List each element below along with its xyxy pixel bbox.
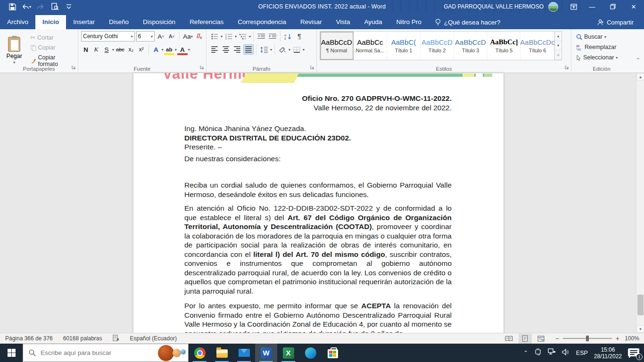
styles-scroll-up-icon[interactable]: ▲: [555, 32, 561, 41]
bullets-caret-icon[interactable]: ▾: [221, 34, 223, 39]
text-effects-button[interactable]: A: [151, 44, 161, 55]
font-size-combo[interactable]: 6▾: [136, 31, 155, 41]
justify-button[interactable]: [243, 44, 254, 55]
font-family-combo[interactable]: Century Gothi▾: [81, 31, 135, 41]
borders-button[interactable]: [291, 44, 302, 55]
portapapeles-dialog-launcher-icon[interactable]: [72, 63, 76, 71]
tab-disposicion[interactable]: Disposición: [136, 15, 182, 29]
parrafo-dialog-launcher-icon[interactable]: [310, 63, 314, 71]
web-layout-button[interactable]: [535, 334, 548, 344]
italic-button[interactable]: K: [91, 44, 101, 55]
style-titulo-6[interactable]: AaBbCcDcTítulo 6: [521, 32, 554, 60]
numbering-button[interactable]: 123: [223, 31, 234, 41]
increase-indent-button[interactable]: [267, 31, 278, 41]
shading-button[interactable]: [277, 44, 288, 55]
redo-icon[interactable]: [36, 2, 45, 11]
find-button[interactable]: Buscar▾: [574, 33, 630, 41]
tab-vista[interactable]: Vista: [329, 15, 357, 29]
clear-formatting-button[interactable]: [195, 31, 204, 41]
taskbar-app-word[interactable]: W: [255, 344, 277, 362]
letter-content[interactable]: Oficio Nro. 270 GADPRVH-O-WMC-11-2022. V…: [184, 73, 452, 333]
decrease-indent-button[interactable]: [256, 31, 266, 41]
borders-caret-icon[interactable]: ▾: [303, 48, 305, 52]
document-page[interactable]: Valle Hermoso Oficio Nro. 270 GADPRVH-O-…: [133, 73, 504, 333]
proofing-error-icon[interactable]: [107, 335, 125, 343]
style-normal[interactable]: AaBbCcD¶ Normal: [320, 32, 354, 60]
clock[interactable]: 15:06 28/11/2022: [594, 346, 622, 360]
search-input[interactable]: [41, 349, 154, 356]
taskbar-app-explorer[interactable]: [211, 344, 233, 362]
taskbar-app-chrome[interactable]: [189, 344, 211, 362]
sync-icon[interactable]: α: [534, 348, 542, 357]
multilevel-caret-icon[interactable]: ▾: [249, 34, 251, 39]
style-titulo-5[interactable]: AaBbCc]Título 5: [487, 32, 521, 60]
zoom-slider-thumb[interactable]: [586, 336, 589, 341]
tab-ayuda[interactable]: Ayuda: [357, 15, 389, 29]
estilos-dialog-launcher-icon[interactable]: [565, 63, 569, 71]
word-count[interactable]: 60168 palabras: [58, 335, 107, 342]
scroll-down-icon[interactable]: ▼: [636, 325, 644, 333]
save-icon[interactable]: [8, 2, 17, 11]
scroll-up-icon[interactable]: ▲: [636, 73, 644, 81]
style-titulo-2[interactable]: AaBbCcDTítulo 2: [421, 32, 454, 60]
minimize-button[interactable]: —: [582, 0, 603, 13]
subscript-button[interactable]: x₂: [126, 44, 136, 55]
volume-icon[interactable]: [562, 349, 570, 357]
taskbar-app-store[interactable]: [322, 344, 344, 362]
zoom-level[interactable]: 100%: [623, 335, 639, 342]
highlight-button[interactable]: ab: [165, 44, 174, 55]
tray-expand-icon[interactable]: ⌃: [524, 350, 528, 356]
line-spacing-button[interactable]: [259, 44, 269, 55]
print-layout-button[interactable]: [519, 334, 532, 344]
share-button[interactable]: Compartir: [597, 15, 644, 29]
tab-referencias[interactable]: Referencias: [182, 15, 231, 29]
tab-archivo[interactable]: Archivo: [0, 15, 35, 29]
paste-button[interactable]: Pegar ▾: [3, 31, 26, 68]
zoom-slider[interactable]: [563, 338, 612, 339]
network-icon[interactable]: [548, 348, 556, 357]
style-normal-sa[interactable]: AaBbCcNormal Sa...: [354, 32, 387, 60]
replace-button[interactable]: abac Reemplazar: [574, 43, 630, 51]
multilevel-list-button[interactable]: [238, 31, 248, 41]
bold-button[interactable]: N: [81, 44, 91, 55]
styles-scroll-down-icon[interactable]: ▼: [555, 41, 561, 50]
taskbar-search[interactable]: [23, 344, 189, 362]
close-button[interactable]: ✕: [623, 0, 644, 13]
align-center-button[interactable]: [221, 44, 231, 55]
start-button[interactable]: [0, 344, 23, 362]
change-case-button[interactable]: Aa▾: [182, 31, 193, 41]
style-titulo-1[interactable]: AaBbC(Título 1: [387, 32, 421, 60]
collapse-ribbon-icon[interactable]: ⌃: [636, 57, 640, 63]
tab-correspondencia[interactable]: Correspondencia: [231, 15, 293, 29]
tab-nitro-pro[interactable]: Nitro Pro: [389, 15, 429, 29]
shrink-font-button[interactable]: A˅: [167, 31, 176, 41]
numbering-caret-icon[interactable]: ▾: [235, 34, 237, 39]
tab-diseno[interactable]: Diseño: [102, 15, 136, 29]
line-spacing-caret-icon[interactable]: ▾: [270, 48, 272, 52]
font-color-button[interactable]: A: [178, 44, 187, 55]
avatar[interactable]: [548, 2, 558, 12]
underline-button[interactable]: S: [102, 44, 111, 55]
bullets-button[interactable]: [209, 31, 220, 41]
copy-button[interactable]: Copiar: [29, 43, 76, 52]
zoom-in-button[interactable]: +: [616, 335, 619, 342]
customize-qat-icon[interactable]: [64, 2, 74, 11]
scrollbar-thumb[interactable]: [637, 295, 644, 315]
font-color-caret-icon[interactable]: ▾: [188, 48, 190, 52]
select-button[interactable]: Seleccionar▾: [574, 53, 630, 62]
tab-revisar[interactable]: Revisar: [293, 15, 329, 29]
superscript-button[interactable]: x²: [137, 44, 146, 55]
language-indicator[interactable]: Español (Ecuador): [125, 335, 182, 342]
text-effects-caret-icon[interactable]: ▾: [162, 48, 164, 52]
tell-me-box[interactable]: ¿Qué desea hacer?: [429, 15, 507, 29]
fuente-dialog-launcher-icon[interactable]: [200, 63, 204, 71]
undo-icon[interactable]: ▾: [22, 2, 31, 11]
taskbar-app-edge[interactable]: [299, 344, 322, 362]
restore-button[interactable]: [603, 0, 623, 13]
page-indicator[interactable]: Página 366 de 376: [0, 335, 58, 342]
underline-caret-icon[interactable]: ▾: [112, 48, 114, 52]
taskbar-app-mail[interactable]: [233, 344, 255, 362]
taskbar-app-excel[interactable]: X: [277, 344, 299, 362]
align-left-button[interactable]: [209, 44, 220, 55]
vertical-scrollbar[interactable]: ▲ ▼: [636, 73, 644, 333]
